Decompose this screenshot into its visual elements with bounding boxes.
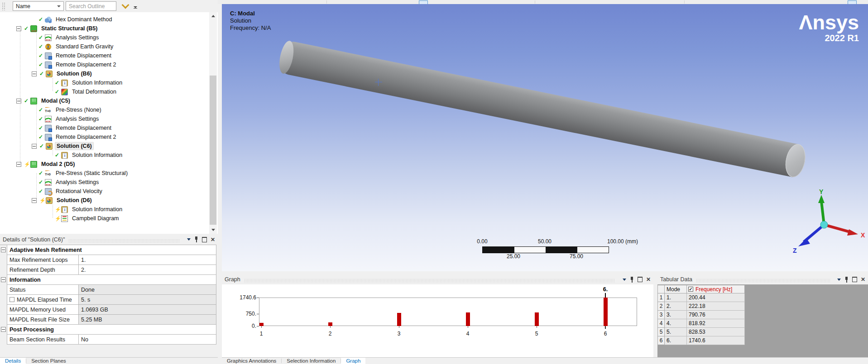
panel-menu-icon[interactable]: [187, 238, 191, 241]
tree-item[interactable]: ✓Pre-Stress (Static Structural): [0, 169, 218, 178]
panel-menu-icon[interactable]: [623, 279, 626, 281]
solved-check-icon: ✓: [38, 180, 45, 185]
left-tab-bar: DetailsSection Planes: [0, 357, 218, 364]
tabular-row[interactable]: 11.200.44: [657, 293, 745, 302]
close-icon[interactable]: [211, 237, 215, 242]
outline-filter-dropdown[interactable]: Name: [13, 1, 64, 11]
tab-graph[interactable]: Graph: [341, 358, 365, 364]
tabular-row[interactable]: 33.790.76: [657, 311, 745, 319]
tabular-row[interactable]: 44.818.92: [657, 319, 745, 328]
tree-item[interactable]: ✓Solution Information: [0, 151, 218, 160]
pin-icon[interactable]: [194, 236, 198, 242]
tree-item[interactable]: ✓Solution (C6): [0, 142, 218, 151]
details-property-name-text: Beam Section Results: [10, 336, 65, 343]
tabular-title-bar: Tabular Data: [657, 274, 868, 284]
tree-item[interactable]: ✓Remote Displacement 2: [0, 132, 218, 142]
pin-icon[interactable]: [844, 277, 849, 283]
tabular-row[interactable]: 22.222.18: [657, 302, 745, 311]
tree-item[interactable]: ✓Static Structural (B5): [0, 24, 218, 33]
tree-item[interactable]: ✓Analysis Settings: [0, 33, 218, 42]
tree-item[interactable]: ✓Remote Displacement: [0, 123, 218, 132]
maximize-icon[interactable]: [202, 237, 207, 242]
category-collapse-icon[interactable]: [1, 277, 6, 282]
tree-item[interactable]: ✓Solution (B6): [0, 69, 218, 78]
details-property-value[interactable]: 1.: [78, 255, 216, 265]
frequency-bar: [466, 312, 470, 326]
toolbar-grip-icon[interactable]: [2, 2, 6, 10]
scroll-up-icon[interactable]: [209, 12, 217, 20]
tree-item[interactable]: ✓Solution Information: [0, 78, 218, 87]
pin-icon[interactable]: [630, 277, 634, 283]
tree-item[interactable]: ⚡Modal 2 (D5): [0, 160, 218, 169]
tree-scrollbar[interactable]: [209, 12, 217, 234]
tree-expander-icon[interactable]: [16, 162, 21, 167]
frequency-cell[interactable]: 828.53: [687, 328, 745, 336]
panel-splitter-vertical[interactable]: [653, 274, 657, 357]
search-outline-input[interactable]: [66, 1, 116, 11]
panel-splitter-vertical[interactable]: [218, 4, 222, 364]
tabular-row[interactable]: 66.1740.6: [657, 336, 745, 345]
tab-selection-information[interactable]: Selection Information: [282, 358, 340, 364]
tree-item[interactable]: ✓Rotational Velocity: [0, 187, 218, 196]
geometry-viewport[interactable]: C: Modal Solution Frequency: N/A Λnsys 2…: [222, 4, 868, 271]
tree-item[interactable]: ✓Total Deformation: [0, 87, 218, 96]
details-category-row[interactable]: Post Processing: [0, 325, 216, 335]
panel-splitter-horizontal[interactable]: [222, 271, 868, 274]
details-category-row[interactable]: Adaptive Mesh Refinement: [0, 245, 216, 255]
tree-item[interactable]: ✓Standard Earth Gravity: [0, 42, 218, 51]
tree-item[interactable]: ⚡Solution Information: [0, 205, 218, 214]
graph-plot[interactable]: 1740.6750.0.6.123456: [222, 284, 653, 357]
mode-cell[interactable]: 6.: [665, 336, 687, 345]
analysis-settings-icon: [45, 116, 52, 123]
panel-menu-icon[interactable]: [837, 279, 841, 281]
y-axis-tick: [257, 298, 259, 298]
details-property-value[interactable]: 2.: [78, 265, 216, 275]
tree-item[interactable]: ✓Modal (C5): [0, 96, 218, 105]
frequency-column-header[interactable]: Frequency [Hz]: [687, 285, 745, 293]
mode-cell[interactable]: 2.: [665, 302, 687, 311]
triad-origin: [820, 221, 828, 228]
tree-item[interactable]: ✓Remote Displacement: [0, 51, 218, 60]
tree-item[interactable]: ⚡Campbell Diagram: [0, 214, 218, 223]
frequency-checkbox-icon[interactable]: [688, 287, 693, 292]
tree-item-label: Remote Displacement: [54, 52, 113, 59]
tree-expander-icon[interactable]: [16, 26, 21, 31]
tabular-row[interactable]: 55.828.53: [657, 328, 745, 336]
frequency-cell[interactable]: 200.44: [687, 293, 745, 302]
tree-item[interactable]: ✓Analysis Settings: [0, 178, 218, 187]
tab-section-planes[interactable]: Section Planes: [26, 358, 71, 364]
close-icon[interactable]: [861, 277, 865, 282]
solved-check-icon: ✓: [38, 189, 45, 194]
frequency-cell[interactable]: 222.18: [687, 302, 745, 311]
mode-cell[interactable]: 3.: [665, 311, 687, 319]
tab-details[interactable]: Details: [0, 358, 26, 364]
details-category-row[interactable]: Information: [0, 275, 216, 285]
tree-expander-icon[interactable]: [16, 99, 21, 104]
tab-graphics-annotations[interactable]: Graphics Annotations: [222, 358, 281, 364]
maximize-icon[interactable]: [638, 277, 643, 282]
maximize-icon[interactable]: [852, 277, 857, 282]
category-collapse-icon[interactable]: [1, 327, 6, 332]
orientation-triad[interactable]: Y X Z: [786, 188, 866, 259]
checkbox-icon[interactable]: [10, 297, 14, 302]
shaft-geometry[interactable]: [278, 40, 799, 177]
frequency-cell[interactable]: 1740.6: [687, 336, 745, 345]
scrollbar-thumb[interactable]: [210, 76, 216, 225]
tree-item[interactable]: ✓Pre-Stress (None): [0, 105, 218, 114]
category-collapse-icon[interactable]: [1, 247, 6, 252]
close-icon[interactable]: [646, 277, 651, 282]
tree-item[interactable]: ✓Analysis Settings: [0, 114, 218, 123]
mode-cell[interactable]: 1.: [665, 293, 687, 302]
tree-item[interactable]: ⚡Solution (D6): [0, 196, 218, 205]
mode-cell[interactable]: 4.: [665, 319, 687, 328]
frequency-cell[interactable]: 790.76: [687, 311, 745, 319]
details-property-value[interactable]: No: [78, 335, 216, 345]
mode-cell[interactable]: 5.: [665, 328, 687, 336]
mode-column-header[interactable]: Mode: [665, 285, 687, 293]
tree-item[interactable]: ✓Hex Dominant Method: [0, 15, 218, 24]
details-category-label: Information: [7, 275, 216, 285]
tree-item[interactable]: ✓Remote Displacement 2: [0, 60, 218, 69]
expand-collapse-icon[interactable]: [122, 1, 129, 9]
scroll-down-icon[interactable]: [209, 226, 217, 234]
frequency-cell[interactable]: 818.92: [687, 319, 745, 328]
